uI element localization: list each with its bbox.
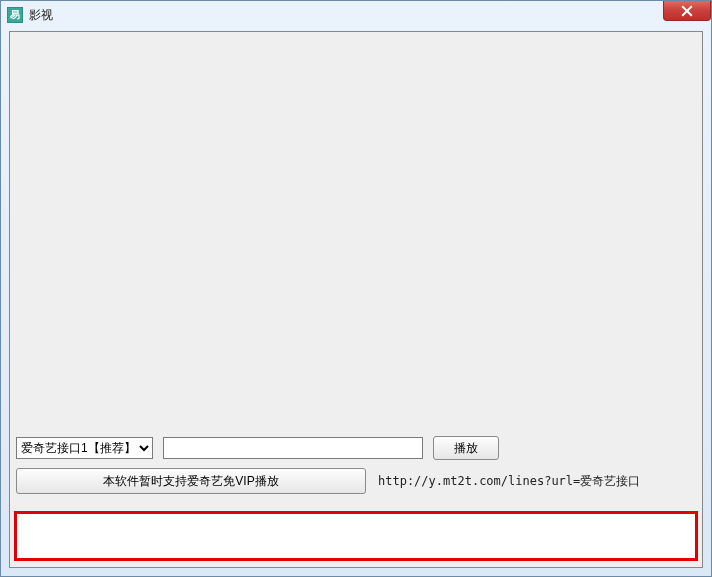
window-title: 影视 xyxy=(29,7,53,24)
support-info-button[interactable]: 本软件暂时支持爱奇艺免VIP播放 xyxy=(16,468,366,494)
url-input[interactable] xyxy=(163,437,423,459)
titlebar: 易 影视 xyxy=(1,1,711,29)
interface-select[interactable]: 爱奇艺接口1【推荐】 xyxy=(16,437,153,459)
app-icon: 易 xyxy=(7,7,23,23)
window-frame: 易 影视 爱奇艺接口1【推荐】 播放 本软件暂时支持爱奇艺免VIP播放 http… xyxy=(0,0,712,577)
play-button[interactable]: 播放 xyxy=(433,436,499,460)
video-display-area xyxy=(16,38,696,428)
close-icon xyxy=(681,5,693,17)
status-url-text: http://y.mt2t.com/lines?url=爱奇艺接口 xyxy=(378,473,640,490)
info-row: 本软件暂时支持爱奇艺免VIP播放 http://y.mt2t.com/lines… xyxy=(16,468,696,494)
close-button[interactable] xyxy=(663,1,711,21)
controls-row: 爱奇艺接口1【推荐】 播放 xyxy=(16,436,696,460)
highlighted-region xyxy=(14,511,698,561)
client-area: 爱奇艺接口1【推荐】 播放 本软件暂时支持爱奇艺免VIP播放 http://y.… xyxy=(9,31,703,568)
